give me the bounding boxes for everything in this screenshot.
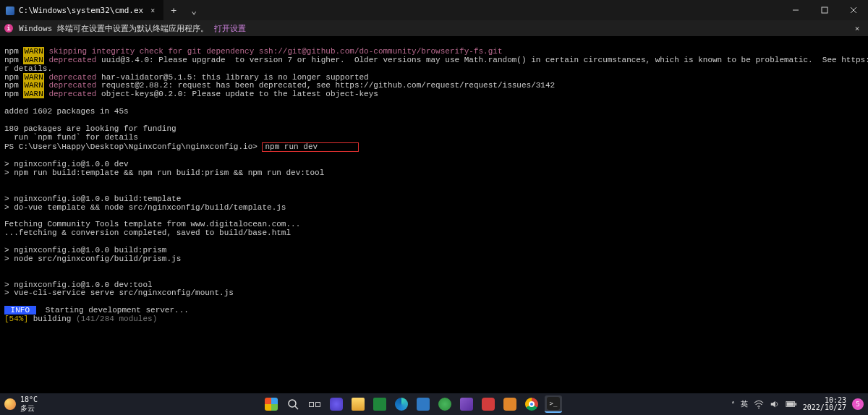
info-bar: i Windows 终端可在设置中设置为默认终端应用程序。 打开设置 × [0,20,868,36]
taskbar-tray: ˄ 英 10:23 2022/10/27 5 [705,397,864,412]
weather-desc: 多云 [20,403,38,414]
ime-indicator[interactable]: 英 [741,399,748,409]
tab-title: C:\Windows\system32\cmd.ex [19,6,143,15]
tray-overflow-button[interactable]: ˄ [731,401,735,408]
battery-icon[interactable] [786,400,797,408]
sound-icon[interactable] [770,399,780,409]
search-button[interactable] [284,395,302,413]
close-infobar-button[interactable]: × [851,22,864,35]
notification-count[interactable]: 5 [852,398,864,410]
tab-dropdown-button[interactable]: ⌄ [184,0,204,20]
weather-temp: 18°C [20,395,38,403]
vscode-button[interactable] [414,395,432,413]
weather-icon [4,398,16,410]
titlebar: C:\Windows\system32\cmd.ex × + ⌄ [0,0,868,20]
excel-button[interactable] [371,395,388,413]
svg-rect-1 [822,7,827,13]
info-icon: i [4,24,13,33]
minimize-button[interactable] [781,0,810,20]
svg-line-5 [295,406,298,409]
start-button[interactable] [263,395,280,413]
chrome-alt-button[interactable] [436,395,454,413]
terminal-tab[interactable]: C:\Windows\system32\cmd.ex × [0,0,163,20]
close-tab-button[interactable]: × [148,6,158,16]
wifi-icon[interactable] [754,399,764,409]
terminal-output[interactable]: npm WARN skipping integrity check for gi… [0,36,868,327]
highlighted-command: npm run dev [262,142,358,153]
svg-rect-9 [787,402,794,406]
chrome-button[interactable] [523,395,540,413]
chat-button[interactable] [328,395,345,413]
terminal-tab-icon [6,7,14,15]
taskbar-center: >_ [120,395,705,413]
media-player-button[interactable] [501,395,519,413]
terminal-taskbar-button[interactable]: >_ [545,395,562,413]
taskview-button[interactable] [306,395,323,413]
taskbar: 18°C 多云 >_ ˄ 英 10:23 2022/10/27 5 [0,393,868,415]
cloud-music-button[interactable] [480,395,497,413]
taskbar-weather[interactable]: 18°C 多云 [4,395,120,414]
svg-point-6 [758,407,760,408]
edge-button[interactable] [393,395,410,413]
close-window-button[interactable] [839,0,868,20]
svg-point-4 [289,400,296,407]
clock[interactable]: 10:23 2022/10/27 [803,397,846,412]
file-explorer-button[interactable] [349,395,367,413]
info-message: Windows 终端可在设置中设置为默认终端应用程序。 [19,23,208,34]
svg-rect-8 [795,403,796,406]
maximize-button[interactable] [810,0,839,20]
open-settings-link[interactable]: 打开设置 [214,23,246,34]
add-tab-button[interactable]: + [163,0,184,20]
clock-date: 2022/10/27 [803,404,846,412]
visual-studio-button[interactable] [458,395,475,413]
